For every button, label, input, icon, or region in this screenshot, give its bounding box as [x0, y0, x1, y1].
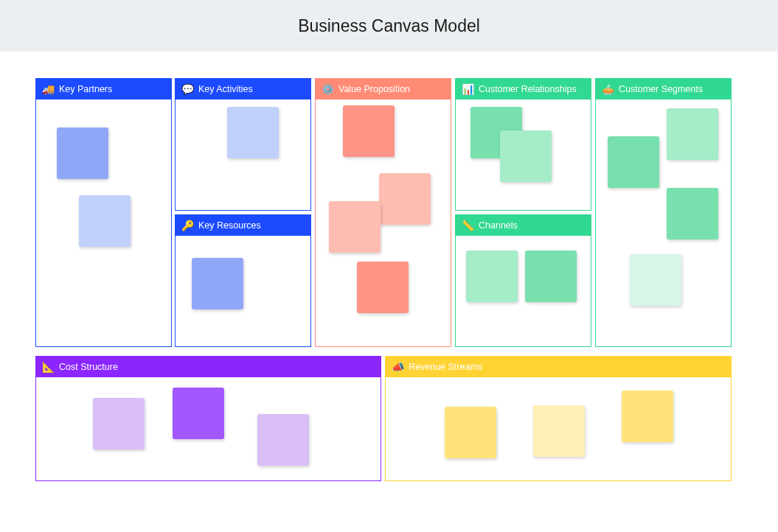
bar-chart-icon: 📊: [462, 84, 474, 94]
page-header: Business Canvas Model: [0, 0, 778, 52]
sticky-note[interactable]: [525, 251, 577, 302]
section-customer-relationships[interactable]: 📊 Customer Relationships: [455, 78, 591, 211]
section-body-customer-segments: [596, 99, 731, 346]
section-key-activities[interactable]: 💬 Key Activities: [175, 78, 311, 211]
section-title-key-resources: Key Resources: [198, 220, 261, 231]
canvas-area: 🚚 Key Partners 💬 Key Activities 🔑 Key Re…: [0, 52, 778, 93]
section-body-channels: [456, 236, 591, 346]
sticky-note[interactable]: [357, 262, 409, 313]
section-title-customer-segments: Customer Segments: [619, 84, 703, 94]
sticky-note[interactable]: [192, 258, 243, 309]
section-header-key-resources: 🔑 Key Resources: [176, 215, 310, 236]
section-title-key-activities: Key Activities: [198, 84, 253, 94]
section-header-cost-structure: 📐 Cost Structure: [36, 357, 381, 377]
megaphone-icon: 📣: [392, 362, 404, 372]
section-body-cost-structure: [36, 377, 381, 480]
sticky-note[interactable]: [57, 127, 108, 179]
section-value-proposition[interactable]: ⚙️ Value Proposition: [315, 78, 451, 347]
section-cost-structure[interactable]: 📐 Cost Structure: [35, 356, 381, 481]
section-key-resources[interactable]: 🔑 Key Resources: [175, 214, 311, 347]
section-body-key-resources: [176, 236, 310, 346]
sticky-note[interactable]: [500, 130, 552, 182]
sticky-note[interactable]: [466, 251, 518, 302]
sticky-note[interactable]: [379, 173, 431, 225]
section-header-customer-relationships: 📊 Customer Relationships: [456, 79, 591, 99]
section-header-customer-segments: 🥧 Customer Segments: [596, 79, 731, 99]
section-title-channels: Channels: [479, 220, 518, 231]
section-channels[interactable]: 📏 Channels: [455, 214, 591, 347]
section-body-value-proposition: [316, 99, 451, 346]
key-icon: 🔑: [181, 220, 194, 231]
ruler-icon: 📏: [462, 220, 474, 231]
sticky-note[interactable]: [93, 398, 145, 449]
section-title-customer-relationships: Customer Relationships: [479, 84, 577, 94]
speech-icon: 💬: [181, 84, 194, 94]
sticky-note[interactable]: [667, 188, 718, 239]
sticky-note[interactable]: [173, 388, 224, 439]
section-title-key-partners: Key Partners: [59, 84, 112, 94]
section-customer-segments[interactable]: 🥧 Customer Segments: [595, 78, 732, 347]
sticky-note[interactable]: [608, 136, 659, 188]
triangle-ruler-icon: 📐: [42, 362, 55, 372]
section-header-value-proposition: ⚙️ Value Proposition: [316, 79, 451, 99]
section-title-revenue-streams: Revenue Streams: [409, 362, 482, 372]
sticky-note[interactable]: [329, 201, 381, 253]
section-body-customer-relationships: [456, 99, 591, 210]
sticky-note[interactable]: [667, 108, 718, 160]
section-body-key-activities: [176, 99, 310, 210]
sticky-note[interactable]: [533, 405, 585, 457]
truck-icon: 🚚: [42, 84, 55, 94]
section-revenue-streams[interactable]: 📣 Revenue Streams: [385, 356, 732, 481]
section-title-value-proposition: Value Proposition: [338, 84, 410, 94]
section-title-cost-structure: Cost Structure: [59, 362, 118, 372]
sticky-note[interactable]: [630, 254, 681, 306]
sticky-note[interactable]: [79, 195, 131, 247]
gear-icon: ⚙️: [322, 84, 334, 94]
section-key-partners[interactable]: 🚚 Key Partners: [35, 78, 172, 347]
section-header-revenue-streams: 📣 Revenue Streams: [386, 357, 731, 377]
page-title: Business Canvas Model: [298, 16, 480, 36]
sticky-note[interactable]: [622, 391, 673, 442]
section-header-key-partners: 🚚 Key Partners: [36, 79, 171, 99]
sticky-note[interactable]: [445, 407, 496, 458]
sticky-note[interactable]: [257, 414, 309, 466]
pie-chart-icon: 🥧: [602, 84, 614, 94]
sticky-note[interactable]: [227, 107, 279, 158]
section-body-revenue-streams: [386, 377, 731, 480]
section-header-channels: 📏 Channels: [456, 215, 591, 236]
section-header-key-activities: 💬 Key Activities: [176, 79, 310, 99]
sticky-note[interactable]: [343, 105, 395, 157]
section-body-key-partners: [36, 99, 171, 346]
